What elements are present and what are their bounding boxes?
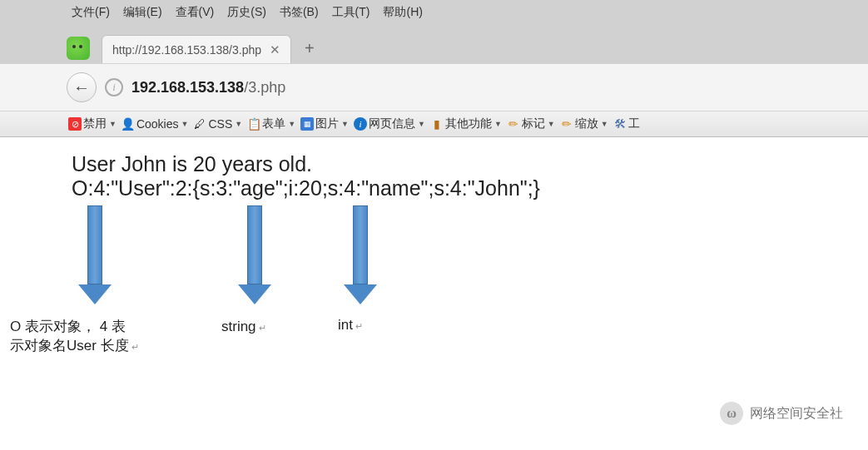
chevron-down-icon: ▼ — [109, 120, 117, 128]
chevron-down-icon: ▼ — [288, 120, 295, 128]
toolbar-zoom[interactable]: ✏缩放▼ — [558, 116, 610, 132]
toolbar-other[interactable]: ▮其他功能▼ — [429, 116, 503, 132]
menu-history[interactable]: 历史(S) — [222, 3, 271, 22]
toolbar-tools-cut[interactable]: 🛠工 — [612, 116, 642, 132]
toolbar-forms[interactable]: 📋表单▼ — [246, 116, 297, 132]
chevron-down-icon: ▼ — [341, 120, 349, 128]
menu-help[interactable]: 帮助(H) — [378, 3, 427, 22]
wechat-icon[interactable] — [67, 37, 90, 60]
chevron-down-icon: ▼ — [235, 120, 242, 128]
output-line-2: O:4:"User":2:{s:3:"age";i:20;s:4:"name";… — [72, 176, 796, 200]
tab-title: http://192.168.153.138/3.php — [112, 43, 261, 57]
chevron-down-icon: ▼ — [181, 120, 189, 128]
menu-tools[interactable]: 工具(T) — [327, 3, 375, 22]
menu-edit[interactable]: 编辑(E) — [118, 3, 167, 22]
forbid-icon: ⊘ — [68, 117, 82, 131]
annotation-2: string — [221, 319, 266, 335]
toolbar-css[interactable]: 🖊CSS▼ — [191, 116, 244, 131]
menu-bar: 文件(F) 编辑(E) 查看(V) 历史(S) 书签(B) 工具(T) 帮助(H… — [0, 0, 868, 25]
toolbar-cookies[interactable]: 👤Cookies▼ — [120, 116, 191, 131]
zoom-icon: ✏ — [560, 117, 573, 131]
info-icon: i — [354, 117, 367, 131]
annotation-3: int — [338, 317, 363, 334]
page-content: User John is 20 years old. O:4:"User":2:… — [0, 137, 868, 359]
arrow-3 — [344, 205, 377, 304]
new-tab-button[interactable]: + — [305, 39, 315, 58]
toolbar-mark[interactable]: ✏标记▼ — [505, 116, 557, 132]
url-path: /3.php — [244, 79, 285, 96]
arrow-2 — [238, 205, 271, 304]
watermark-text: 网络空间安全社 — [750, 405, 843, 423]
toolbar-pageinfo[interactable]: i网页信息▼ — [352, 116, 427, 132]
menu-view[interactable]: 查看(V) — [171, 3, 220, 22]
tab-strip: http://192.168.153.138/3.php ✕ + — [0, 25, 868, 63]
book-icon: ▮ — [430, 117, 444, 131]
clipboard-icon: 📋 — [247, 117, 260, 131]
watermark-icon: ω — [720, 402, 743, 425]
annotation-1-line1: O 表示对象， 4 表 — [10, 317, 168, 336]
tab-close-icon[interactable]: ✕ — [270, 42, 280, 57]
output-line-1: User John is 20 years old. — [72, 152, 796, 176]
toolbar-disable[interactable]: ⊘禁用▼ — [67, 116, 118, 132]
url-text[interactable]: 192.168.153.138/3.php — [131, 79, 801, 96]
annotation-1-line2: 示对象名User 长度 — [10, 336, 168, 355]
chevron-down-icon: ▼ — [548, 120, 555, 128]
chevron-down-icon: ▼ — [418, 120, 425, 128]
pencil-icon: ✏ — [507, 117, 520, 131]
chevron-down-icon: ▼ — [601, 120, 608, 128]
wand-icon: 🖊 — [193, 117, 206, 131]
toolbar-images[interactable]: ▦图片▼ — [299, 116, 350, 132]
dev-toolbar: ⊘禁用▼ 👤Cookies▼ 🖊CSS▼ 📋表单▼ ▦图片▼ i网页信息▼ ▮其… — [0, 111, 868, 137]
wrench-icon: 🛠 — [613, 117, 627, 131]
url-bar: ← i 192.168.153.138/3.php — [0, 63, 868, 111]
site-info-icon[interactable]: i — [105, 78, 123, 96]
menu-bookmarks[interactable]: 书签(B) — [275, 3, 324, 22]
arrow-1 — [78, 205, 112, 304]
arrow-left-icon: ← — [73, 78, 90, 97]
back-button[interactable]: ← — [67, 72, 97, 102]
person-icon: 👤 — [122, 117, 135, 131]
tab-active[interactable]: http://192.168.153.138/3.php ✕ — [102, 35, 291, 63]
image-icon: ▦ — [300, 117, 314, 131]
url-host: 192.168.153.138 — [131, 79, 244, 96]
chevron-down-icon: ▼ — [494, 120, 502, 128]
menu-file[interactable]: 文件(F) — [67, 3, 115, 22]
watermark: ω 网络空间安全社 — [720, 402, 843, 425]
